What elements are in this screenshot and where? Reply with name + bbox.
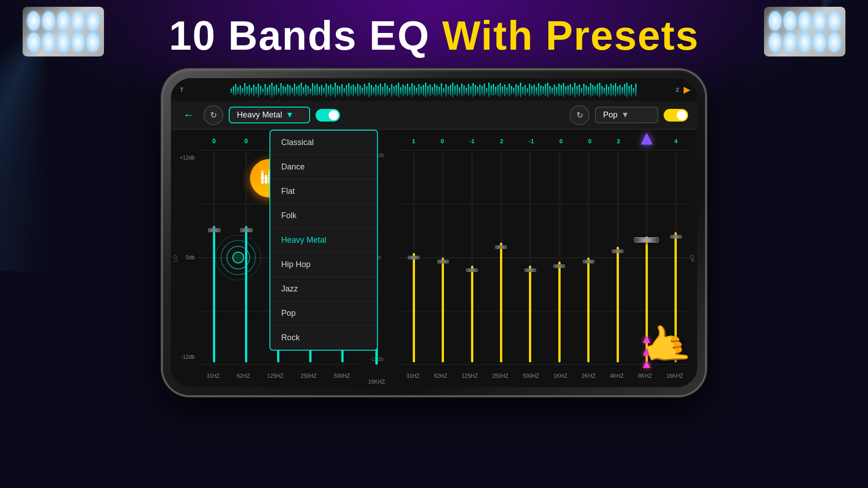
svg-rect-140 (547, 83, 548, 97)
svg-rect-25 (287, 84, 288, 96)
preset-dropdown-left[interactable]: Heavy Metal ▼ (229, 107, 310, 123)
fader-left-2[interactable] (230, 150, 262, 365)
dropdown-item-folk[interactable]: Folk (270, 204, 377, 228)
pink-arrow-1: ▲ (641, 333, 653, 344)
rfreq-label-31hz: 31HZ (406, 373, 420, 379)
svg-rect-120 (502, 86, 503, 94)
svg-rect-50 (344, 88, 345, 94)
rfreq-val-6: 0 (559, 138, 562, 145)
fader-right-7[interactable] (574, 150, 603, 365)
svg-rect-86 (425, 83, 426, 97)
svg-rect-69 (387, 85, 388, 95)
faders-right: ▲ ▲ ▲ ▲ (399, 150, 690, 365)
preset-dropdown-menu: Classical Dance Flat Folk Heavy Metal Hi… (269, 130, 378, 351)
svg-rect-76 (402, 84, 404, 96)
svg-rect-141 (549, 86, 551, 95)
fader-right-6[interactable] (545, 150, 574, 365)
svg-rect-153 (576, 86, 578, 95)
corner-label-left: T (180, 86, 184, 93)
dropdown-item-hip-hop[interactable]: Hip Hop (270, 253, 377, 277)
svg-rect-107 (472, 83, 474, 97)
refresh-right-icon: ↻ (576, 110, 583, 120)
dropdown-item-dance[interactable]: Dance (270, 155, 377, 179)
dropdown-item-flat[interactable]: Flat (270, 179, 377, 204)
svg-rect-128 (520, 83, 521, 97)
svg-rect-7 (246, 86, 248, 94)
preset-dropdown-right[interactable]: Pop ▼ (595, 107, 658, 123)
svg-rect-177 (631, 84, 632, 96)
fader-right-9[interactable]: ▲ ▲ ▲ ▲ (632, 150, 661, 365)
svg-rect-47 (337, 85, 338, 95)
rfreq-label-125hz: 125HZ (462, 373, 478, 379)
play-indicator: ▶ (684, 84, 690, 95)
svg-rect-46 (335, 83, 336, 97)
svg-rect-101 (459, 87, 460, 94)
fader-right-2[interactable] (428, 150, 457, 365)
svg-rect-134 (533, 84, 535, 96)
svg-rect-114 (488, 83, 490, 97)
svg-rect-103 (463, 85, 465, 95)
svg-rect-112 (484, 84, 485, 96)
svg-rect-29 (296, 86, 297, 94)
svg-rect-165 (604, 88, 605, 94)
toggle-left[interactable] (316, 109, 340, 122)
rfreq-label-4khz: 4KHZ (610, 373, 624, 379)
fader-right-8[interactable] (603, 150, 632, 365)
svg-rect-55 (355, 87, 356, 94)
svg-rect-49 (341, 84, 343, 97)
rfreq-val-4: 2 (500, 138, 503, 145)
svg-rect-175 (626, 83, 627, 97)
svg-rect-169 (613, 85, 614, 95)
svg-rect-60 (366, 86, 368, 94)
svg-rect-104 (466, 88, 467, 94)
svg-rect-9 (251, 88, 252, 94)
phone-outer-shell: T // We'll do this inline manually with … (163, 70, 705, 395)
dropdown-item-jazz[interactable]: Jazz (270, 277, 377, 301)
fader-right-10[interactable] (661, 150, 690, 365)
fader-right-1[interactable] (399, 150, 428, 365)
svg-rect-145 (558, 84, 560, 96)
svg-rect-15 (264, 84, 266, 96)
back-button[interactable]: ← (180, 106, 198, 124)
svg-rect-28 (294, 84, 295, 96)
dropdown-item-classical[interactable]: Classical (270, 131, 377, 155)
svg-rect-97 (450, 85, 451, 96)
svg-rect-33 (305, 84, 307, 96)
svg-rect-108 (475, 85, 476, 96)
fader-right-4[interactable] (486, 150, 515, 365)
svg-rect-32 (303, 87, 304, 94)
svg-rect-27 (292, 88, 293, 94)
svg-rect-102 (461, 84, 462, 96)
preset-dropdown-left-label: Heavy Metal (237, 110, 282, 120)
fader-right-5[interactable] (516, 150, 545, 365)
svg-rect-52 (348, 83, 349, 97)
fader-left-1[interactable] (198, 150, 230, 365)
corner-label-right: 2 (676, 86, 679, 93)
refresh-left-button[interactable]: ↻ (203, 105, 223, 125)
freq-label-250hz: 250HZ (300, 373, 316, 379)
toggle-right[interactable] (664, 109, 688, 122)
waveform-svg: // We'll do this inline manually with ma… (231, 82, 637, 98)
svg-rect-106 (470, 86, 472, 94)
svg-rect-81 (414, 85, 415, 95)
dropdown-item-heavy-metal[interactable]: Heavy Metal (270, 228, 377, 253)
svg-rect-48 (339, 86, 340, 94)
svg-rect-22 (280, 83, 282, 96)
refresh-right-button[interactable]: ↻ (570, 105, 590, 125)
rfreq-label-16khz: 16KHZ (666, 373, 683, 379)
svg-rect-133 (531, 86, 533, 95)
svg-rect-19 (274, 86, 275, 95)
dropdown-item-rock[interactable]: Rock (270, 326, 377, 350)
svg-rect-36 (312, 83, 313, 96)
svg-rect-80 (411, 83, 413, 97)
svg-rect-161 (594, 86, 596, 94)
fader-right-3[interactable] (458, 150, 486, 365)
svg-rect-159 (590, 83, 591, 97)
rfreq-label-1khz: 1KHZ (553, 373, 567, 379)
svg-rect-176 (628, 86, 630, 95)
svg-rect-166 (606, 84, 607, 96)
svg-rect-18 (271, 83, 273, 97)
svg-rect-173 (622, 87, 623, 94)
dropdown-item-pop[interactable]: Pop (270, 301, 377, 326)
rfreq-label-500hz: 500HZ (523, 373, 539, 379)
